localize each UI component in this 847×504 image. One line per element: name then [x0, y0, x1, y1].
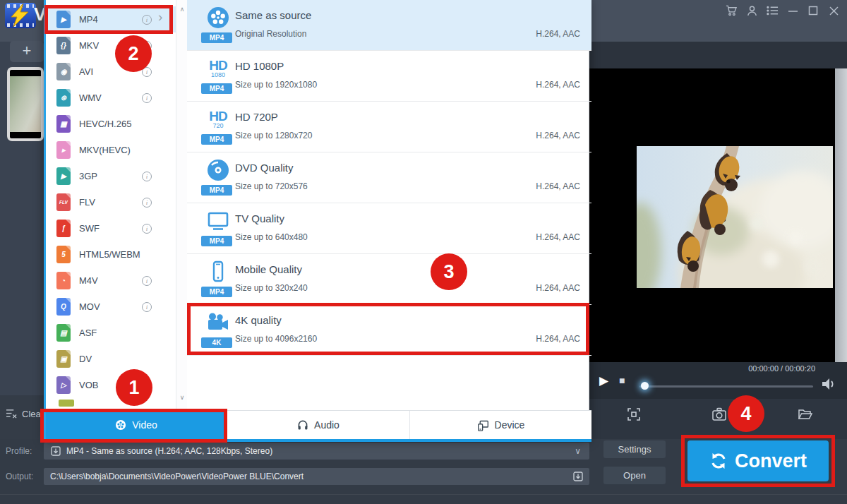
format-item-m4v[interactable]: ◔ M4V i — [46, 268, 176, 294]
flv-file-icon: FLV — [56, 193, 71, 211]
video-frame — [637, 146, 833, 288]
format-badge: MP4 — [201, 287, 232, 297]
info-icon[interactable]: i — [142, 41, 152, 51]
chevron-up-icon[interactable]: ∧ — [176, 6, 188, 13]
app-window: V + Clear — [0, 0, 847, 504]
profile-select[interactable]: MP4 - Same as source (H.264; AAC, 128Kbp… — [44, 443, 589, 460]
menu-icon[interactable] — [766, 4, 779, 17]
clear-list-label: Clear — [22, 409, 44, 419]
quality-item-mobile[interactable]: MP4 Mobile Quality Size up to 320x240 H.… — [187, 254, 591, 305]
quality-list: MP4 Same as source Original Resolution H… — [187, 0, 591, 410]
html5-file-icon: 5 — [56, 246, 71, 263]
format-item-asf[interactable]: ▤ ASF — [46, 320, 176, 346]
format-badge: 4K — [201, 337, 232, 348]
seek-handle[interactable] — [641, 382, 649, 390]
film-reel-icon — [203, 4, 234, 31]
wmv-file-icon: ⊚ — [56, 89, 71, 107]
info-icon[interactable]: i — [142, 302, 152, 312]
quality-item-hd-720p[interactable]: HD720 MP4 HD 720P Size up to 1280x720 H.… — [187, 102, 591, 152]
3gp-file-icon: ▶ — [56, 167, 71, 185]
profile-tray-icon — [51, 446, 61, 456]
format-item-html5[interactable]: 5 HTML5/WEBM — [46, 241, 176, 268]
quality-item-dvd[interactable]: MP4 DVD Quality Size up to 720x576 H.264… — [187, 152, 591, 203]
sync-icon — [709, 452, 728, 470]
tab-video[interactable]: Video — [46, 411, 227, 439]
titlebar-icons — [725, 4, 840, 17]
format-list: ▶ MP4 i › {} MKV i ◉ AVI i ⊚ WMV i ▦ — [46, 0, 176, 410]
convert-label: Convert — [735, 450, 807, 472]
movie-camera-icon — [203, 309, 234, 336]
quality-item-hd-1080p[interactable]: HD1080 MP4 HD 1080P Size up to 1920x1080… — [187, 51, 591, 102]
format-item-mkv[interactable]: {} MKV i — [46, 32, 176, 59]
output-label: Output: — [6, 472, 33, 481]
format-item-mov[interactable]: Q MOV i — [46, 294, 176, 320]
lightning-icon — [5, 3, 36, 28]
next-format-partial-icon — [59, 400, 74, 407]
info-icon[interactable]: i — [142, 93, 152, 103]
format-item-hevc[interactable]: ▦ HEVC/H.265 — [46, 111, 176, 137]
open-folder-icon[interactable] — [798, 409, 812, 420]
format-item-vob[interactable]: ▷ VOB — [46, 372, 176, 398]
m4v-file-icon: ◔ — [56, 272, 71, 289]
minimize-icon[interactable] — [786, 4, 799, 17]
format-item-3gp[interactable]: ▶ 3GP i — [46, 163, 176, 189]
info-icon[interactable]: i — [142, 224, 152, 234]
format-item-avi[interactable]: ◉ AVI i — [46, 59, 176, 85]
format-item-mp4[interactable]: ▶ MP4 i › — [46, 6, 176, 32]
convert-button[interactable]: Convert — [687, 440, 829, 481]
chevron-down-icon[interactable]: ∨ — [575, 443, 581, 460]
browse-folder-icon[interactable] — [573, 472, 583, 481]
format-badge: MP4 — [201, 83, 232, 94]
audio-tab-icon — [297, 419, 308, 431]
quality-item-4k[interactable]: 4K 4K quality Size up to 4096x2160 H.264… — [187, 305, 591, 356]
video-thumbnail[interactable] — [7, 67, 44, 141]
format-item-mkv-hevc[interactable]: ▸ MKV(HEVC) — [46, 137, 176, 163]
clear-list-icon — [6, 409, 18, 419]
maximize-icon[interactable] — [807, 4, 819, 17]
chevron-down-icon[interactable]: ∨ — [176, 394, 188, 401]
expand-arrow-icon: › — [158, 9, 162, 25]
profile-label: Profile: — [6, 446, 32, 456]
tab-device[interactable]: Device — [410, 411, 591, 439]
output-path-field[interactable]: C:\Users\bobja\Documents\VideoPower\Vide… — [44, 468, 589, 485]
format-badge: MP4 — [201, 134, 232, 145]
settings-button[interactable]: Settings — [603, 440, 666, 458]
info-icon[interactable]: i — [142, 198, 152, 208]
mkv-hevc-file-icon: ▸ — [56, 141, 71, 159]
stop-button[interactable]: ■ — [619, 375, 625, 386]
info-icon[interactable]: i — [142, 15, 152, 25]
close-icon[interactable] — [827, 4, 840, 17]
format-item-swf[interactable]: ƒ SWF i — [46, 215, 176, 241]
category-tabbar: Video Audio Device — [46, 410, 591, 441]
clear-list-button[interactable]: Clear — [6, 409, 44, 419]
tab-audio[interactable]: Audio — [227, 411, 410, 439]
seek-bar[interactable] — [639, 385, 813, 388]
swf-file-icon: ƒ — [56, 220, 71, 237]
info-icon[interactable]: i — [142, 67, 152, 77]
account-icon[interactable] — [745, 4, 758, 17]
fullscreen-icon[interactable] — [627, 408, 640, 421]
format-badge: MP4 — [201, 32, 232, 43]
app-logo — [5, 3, 36, 28]
profile-value: MP4 - Same as source (H.264; AAC, 128Kbp… — [66, 443, 272, 460]
format-item-flv[interactable]: FLV FLV i — [46, 189, 176, 215]
volume-icon[interactable] — [821, 378, 836, 390]
add-file-button[interactable]: + — [10, 41, 44, 62]
info-icon[interactable]: i — [142, 276, 152, 286]
play-button[interactable]: ▶ — [599, 373, 608, 388]
bottom-divider — [0, 494, 847, 495]
info-icon[interactable]: i — [142, 172, 152, 181]
format-item-dv[interactable]: ▣ DV — [46, 346, 176, 372]
quality-item-same-as-source[interactable]: MP4 Same as source Original Resolution H… — [187, 0, 591, 51]
open-button[interactable]: Open — [603, 467, 666, 484]
hd-720-icon: HD720 — [203, 106, 234, 133]
format-scrollbar[interactable]: ∧ ∨ — [176, 0, 187, 410]
snapshot-camera-icon[interactable] — [712, 407, 726, 421]
tabbar-accent-line — [46, 439, 591, 442]
quality-item-tv[interactable]: MP4 TV Quality Size up to 640x480 H.264,… — [187, 203, 591, 254]
format-item-wmv[interactable]: ⊚ WMV i — [46, 85, 176, 111]
avi-file-icon: ◉ — [56, 63, 71, 80]
cart-icon[interactable] — [725, 4, 738, 17]
vob-file-icon: ▷ — [56, 376, 71, 394]
window-edge-strip — [835, 68, 847, 362]
